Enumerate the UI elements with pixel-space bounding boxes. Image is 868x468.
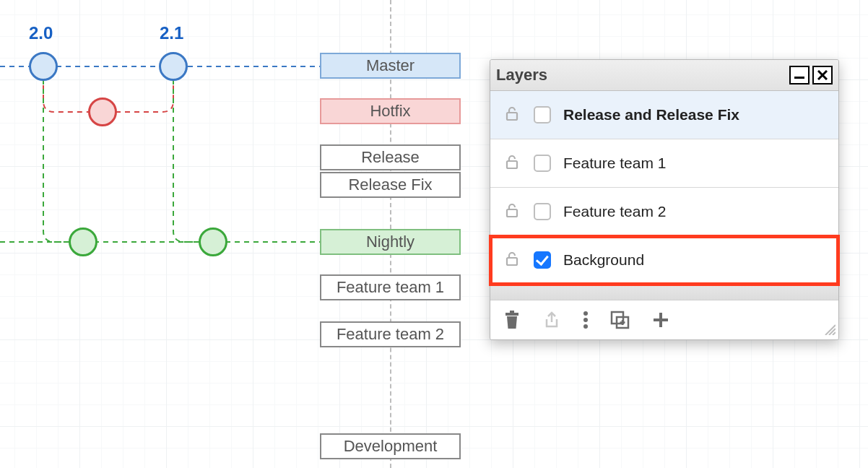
- resize-handle-icon[interactable]: [823, 322, 836, 338]
- branch-label-release[interactable]: Release: [320, 144, 461, 170]
- svg-rect-3: [507, 209, 517, 217]
- unlock-icon: [503, 105, 521, 126]
- branch-label-feature1[interactable]: Feature team 1: [320, 274, 461, 300]
- commit-node-master-1[interactable]: [29, 52, 58, 81]
- branch-label-development[interactable]: Development: [320, 433, 461, 459]
- tag-v20: 2.0: [29, 23, 53, 43]
- layer-row-background[interactable]: Background: [490, 236, 838, 285]
- layer-row-release[interactable]: Release and Release Fix: [490, 91, 838, 139]
- svg-rect-5: [505, 313, 518, 316]
- layer-label: Feature team 2: [563, 203, 666, 220]
- branch-label-nightly[interactable]: Nightly: [320, 229, 461, 255]
- svg-rect-0: [794, 77, 804, 79]
- layer-visibility-checkbox[interactable]: [534, 106, 551, 124]
- layer-label: Background: [563, 251, 644, 269]
- branch-label-release-fix[interactable]: Release Fix: [320, 172, 461, 198]
- layers-panel-title: Layers: [496, 66, 547, 84]
- svg-rect-2: [507, 161, 517, 168]
- delete-icon[interactable]: [503, 311, 521, 329]
- svg-point-8: [583, 318, 588, 322]
- commit-node-nightly-1[interactable]: [69, 228, 97, 256]
- close-button[interactable]: [812, 66, 833, 84]
- commit-node-hotfix-1[interactable]: [88, 98, 117, 126]
- commit-node-master-2[interactable]: [159, 52, 188, 81]
- svg-rect-1: [507, 113, 517, 120]
- minimize-button[interactable]: [789, 66, 810, 84]
- layer-visibility-checkbox[interactable]: [534, 251, 551, 269]
- svg-point-7: [583, 311, 588, 316]
- unlock-icon: [503, 250, 521, 271]
- tag-v21: 2.1: [160, 23, 183, 43]
- layers-panel-titlebar[interactable]: Layers: [490, 60, 838, 91]
- svg-rect-6: [510, 311, 514, 313]
- svg-rect-4: [507, 258, 517, 265]
- commit-node-nightly-2[interactable]: [199, 228, 227, 256]
- add-icon[interactable]: [652, 311, 669, 329]
- layer-visibility-checkbox[interactable]: [534, 155, 551, 172]
- layer-visibility-checkbox[interactable]: [534, 203, 551, 220]
- layers-panel[interactable]: Layers Release and Release Fix Feat: [490, 59, 839, 340]
- layer-row-feature2[interactable]: Feature team 2: [490, 188, 838, 236]
- svg-point-9: [583, 324, 588, 329]
- branch-label-feature2[interactable]: Feature team 2: [320, 321, 461, 347]
- layer-label: Release and Release Fix: [563, 106, 739, 124]
- branch-label-master[interactable]: Master: [320, 53, 461, 79]
- layer-row-feature1[interactable]: Feature team 1: [490, 139, 838, 188]
- layers-toolbar: [490, 300, 838, 339]
- export-icon[interactable]: [542, 311, 561, 329]
- more-icon[interactable]: [583, 311, 589, 329]
- toolbar-separator: [490, 285, 838, 300]
- duplicate-icon[interactable]: [610, 311, 630, 329]
- diagram-canvas[interactable]: 2.0 2.1 Master Hotfix Release Release Fi…: [0, 0, 868, 468]
- unlock-icon: [503, 153, 521, 174]
- branch-label-hotfix[interactable]: Hotfix: [320, 98, 461, 124]
- layer-label: Feature team 1: [563, 155, 666, 172]
- unlock-icon: [503, 202, 521, 222]
- svg-rect-13: [654, 318, 668, 321]
